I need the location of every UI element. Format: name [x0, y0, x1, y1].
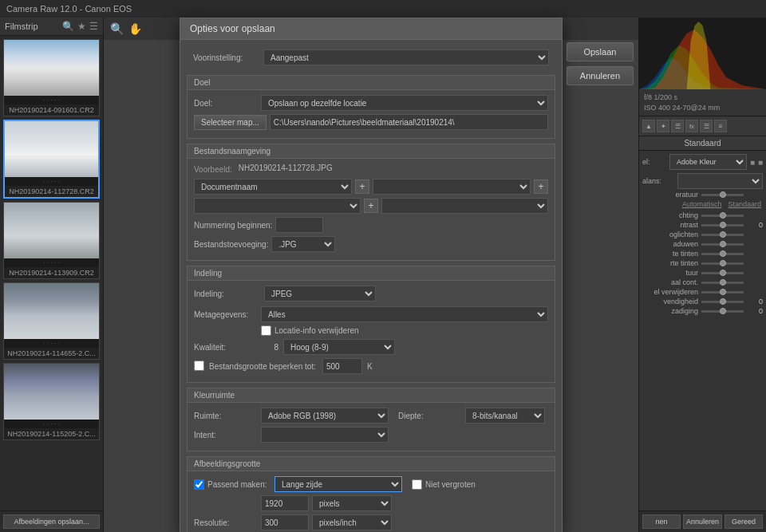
temp-slider-thumb[interactable]: [720, 191, 726, 198]
passend-maken-select[interactable]: Lange zijde: [274, 476, 402, 492]
filename-select3[interactable]: [194, 198, 361, 214]
diepte-select[interactable]: 8-bits/kanaal: [465, 408, 545, 424]
filename-row2: +: [194, 198, 548, 214]
kwaliteit-select[interactable]: Hoog (8-9): [283, 339, 395, 355]
tool-icon-1[interactable]: ▲: [642, 120, 655, 132]
hooglichten-slider[interactable]: [701, 234, 744, 236]
helderheid-slider[interactable]: [701, 282, 744, 284]
profile-icon-2[interactable]: ■: [758, 158, 763, 167]
profile-select[interactable]: Adobe Kleur: [669, 154, 747, 170]
tool-icon-3[interactable]: ☰: [671, 120, 684, 132]
contrast-slider[interactable]: [701, 224, 744, 227]
filmstrip-item-3[interactable]: · · · · · NH20190214-113909.CR2: [3, 202, 100, 279]
licht-slider-thumb[interactable]: [720, 212, 726, 219]
metagegevens-select[interactable]: Alles: [261, 306, 548, 322]
footer-annuleren-btn[interactable]: Annuleren: [683, 514, 722, 529]
zwarte-slider-thumb[interactable]: [720, 260, 726, 266]
tool-icon-6[interactable]: ≡: [714, 120, 727, 132]
doel-select[interactable]: Opslaan op dezelfde locatie: [261, 95, 548, 111]
locatie-label: Locatie-info verwijderen: [274, 326, 359, 335]
licht-slider[interactable]: [701, 215, 744, 217]
filmstrip-title: Filmstrip: [5, 22, 38, 31]
filmstrip-dots-2: · · · · ·: [5, 177, 98, 186]
resolutie-input[interactable]: [261, 514, 309, 530]
filmstrip-icons: 🔍 ★ ☰: [62, 21, 98, 32]
textuur-slider[interactable]: [701, 272, 744, 274]
wb-select[interactable]: [677, 173, 763, 189]
footer-gereed-btn[interactable]: Gereed: [725, 514, 763, 529]
verwijderen-row: el verwijderen: [642, 288, 763, 296]
doel-label: Doel:: [194, 99, 258, 108]
filename-select4[interactable]: [381, 198, 548, 214]
footer-opslaan-btn[interactable]: nen: [642, 514, 681, 529]
auto-button[interactable]: Automatisch: [682, 200, 722, 208]
opslaan-button[interactable]: Opslaan: [567, 42, 634, 61]
bestandsgrootte-label: Bestandsgrootte beperken tot:: [209, 362, 316, 371]
path-input[interactable]: [270, 114, 548, 130]
annuleren-button[interactable]: Annuleren: [567, 66, 634, 85]
verzadiging-slider[interactable]: [701, 310, 744, 313]
nummering-input[interactable]: [275, 217, 323, 233]
tool-icon-2[interactable]: ✦: [657, 120, 669, 132]
filmstrip-item-1[interactable]: · · · · · NH20190214-091601.CR2: [3, 39, 100, 116]
thumb-img-4: [4, 283, 99, 339]
selecteer-map-button[interactable]: Selecteer map...: [194, 115, 267, 130]
levendigheid-slider-thumb[interactable]: [720, 298, 726, 305]
filename-select2[interactable]: [373, 179, 531, 195]
ruimte-select[interactable]: Adobe RGB (1998): [261, 408, 389, 424]
filmstrip-label-5: NH20190214-115205-2.C...: [4, 428, 99, 439]
bestandsgrootte-input[interactable]: [322, 358, 362, 374]
nummering-label: Nummering beginnen:: [194, 221, 272, 230]
filmstrip-item-4[interactable]: · · · · · NH20190214-114655-2.C...: [3, 282, 100, 360]
size-unit-select[interactable]: pixels: [312, 495, 392, 511]
niet-vergroten-checkbox[interactable]: [412, 479, 422, 490]
filmstrip-menu-icon[interactable]: ☰: [89, 21, 98, 32]
locatie-checkbox[interactable]: [261, 325, 271, 336]
contrast-slider-thumb[interactable]: [720, 222, 726, 228]
filmstrip-item-2[interactable]: · · · · · NH20190214-112728.CR2: [3, 120, 100, 199]
textuur-label: tuur: [642, 269, 698, 277]
right-footer: nen Annuleren Gereed: [639, 510, 766, 532]
filename-select1[interactable]: Documentnaam: [194, 179, 352, 195]
intent-select[interactable]: [261, 427, 389, 443]
plus-btn-1[interactable]: +: [355, 179, 369, 194]
verwijderen-slider[interactable]: [701, 291, 744, 294]
bestandstoevoeging-select[interactable]: .JPG: [271, 236, 335, 252]
kleurruimte-content: Ruimte: Adobe RGB (1998) Diepte: 8-bits/…: [188, 403, 555, 451]
textuur-slider-thumb[interactable]: [720, 270, 726, 276]
voorinstelling-select[interactable]: Aangepast: [263, 49, 549, 65]
save-images-button[interactable]: Afbeeldingen opslaan...: [3, 514, 100, 529]
standaard-button[interactable]: Standaard: [728, 200, 761, 208]
passend-maken-checkbox[interactable]: [194, 479, 204, 490]
indeling-select[interactable]: JPEG: [264, 286, 376, 301]
size-input[interactable]: [261, 495, 309, 511]
resolutie-unit-select[interactable]: pixels/inch: [312, 514, 392, 530]
tool-icon-4[interactable]: fx: [685, 120, 698, 132]
filmstrip-star-icon[interactable]: ★: [77, 21, 86, 32]
hooglichten-row: oglichten: [642, 231, 763, 238]
schaduwen-slider-thumb[interactable]: [720, 241, 726, 247]
schaduwen-slider[interactable]: [701, 243, 744, 246]
tool-icon-5[interactable]: ☰: [700, 120, 713, 132]
witte-slider[interactable]: [701, 253, 744, 255]
verwijderen-slider-thumb[interactable]: [720, 289, 726, 295]
thumb-img-2: [5, 121, 98, 177]
helderheid-slider-thumb[interactable]: [720, 279, 726, 286]
levendigheid-label: vendigheid: [642, 298, 698, 305]
schaduwen-row: aduwen: [642, 240, 763, 248]
levendigheid-slider[interactable]: [701, 301, 744, 303]
zwarte-slider[interactable]: [701, 262, 744, 265]
intent-label: Intent:: [194, 431, 258, 439]
ruimte-row: Ruimte: Adobe RGB (1998) Diepte: 8-bits/…: [194, 408, 548, 424]
profile-icon-1[interactable]: ■: [750, 158, 755, 167]
filmstrip-search-icon[interactable]: 🔍: [62, 21, 74, 32]
filmstrip-item-5[interactable]: · · · · · NH20190214-115205-2.C...: [3, 363, 100, 440]
witte-slider-thumb[interactable]: [720, 250, 726, 257]
filmstrip-label-3: NH20190214-113909.CR2: [4, 267, 99, 278]
temp-slider[interactable]: [701, 194, 744, 196]
hooglichten-slider-thumb[interactable]: [720, 231, 726, 238]
bestandsgrootte-checkbox[interactable]: [194, 361, 204, 371]
verzadiging-slider-thumb[interactable]: [720, 308, 726, 314]
plus-btn-3[interactable]: +: [364, 199, 378, 213]
plus-btn-2[interactable]: +: [534, 179, 548, 194]
